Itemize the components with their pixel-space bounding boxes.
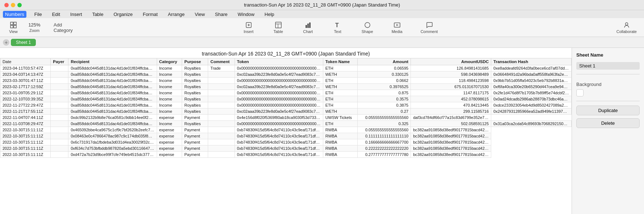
table-cell[interactable] xyxy=(208,152,235,158)
table-cell[interactable]: daf3cd784df66cf77a15c83d6799e352e7fe0e..… xyxy=(411,115,491,121)
table-cell[interactable]: Payment xyxy=(182,127,208,133)
table-cell[interactable]: 0.3976525 xyxy=(358,84,411,90)
table-cell[interactable]: 1147.8117175 xyxy=(411,90,491,96)
table-container[interactable]: Date Payer Recipient Category Purpose Co… xyxy=(0,58,572,214)
table-cell[interactable]: 0xa858ddc0445d8131dac4d1de01f834ffcba52e… xyxy=(68,90,157,96)
table-cell[interactable]: 0xb74830f415d5f64c8d74110c43c9eaf171df40… xyxy=(235,133,323,139)
table-cell[interactable] xyxy=(208,71,235,78)
table-cell[interactable]: 2022-10-30T15:11:11Z xyxy=(0,145,51,152)
table-cell[interactable]: RWBA xyxy=(323,152,358,158)
table-cell[interactable]: 0.3875 xyxy=(358,102,411,108)
table-cell[interactable] xyxy=(208,102,235,108)
table-cell[interactable]: ETH xyxy=(323,121,358,127)
table-cell[interactable]: UWSW Tickets xyxy=(323,115,358,121)
table-cell[interactable]: 0xf634c7d753bfbddb987820a5ebd30116647fbe… xyxy=(68,145,157,152)
table-cell[interactable]: Royalties xyxy=(182,90,208,96)
table-cell[interactable]: 0x24287931285966ea52ad949fe113970a7db... xyxy=(491,108,572,115)
table-cell[interactable]: Payment xyxy=(182,152,208,158)
table-cell[interactable]: 0x06648491d2a96bda0aff558fa963fa2e6ff9b.… xyxy=(491,71,572,78)
table-cell[interactable]: Income xyxy=(157,96,182,102)
table-row[interactable]: 2022-10-30T15:11:11Z0xf634c7d753bfbddb98… xyxy=(0,145,572,152)
sheet-tab-1[interactable]: Sheet 1 xyxy=(11,39,36,46)
table-cell[interactable]: 0.166666666666667700 xyxy=(358,139,411,145)
menu-window[interactable]: Window xyxy=(236,11,257,18)
table-cell[interactable] xyxy=(51,152,68,158)
table-cell[interactable]: expense xyxy=(157,115,182,121)
table-cell[interactable]: Income xyxy=(157,65,182,71)
table-cell[interactable] xyxy=(51,84,68,90)
table-cell[interactable]: Royalties xyxy=(182,71,208,78)
table-cell[interactable] xyxy=(208,133,235,139)
table-cell[interactable]: 0xe8addeafd9264d3fa0bece6cd7af07dd83e0..… xyxy=(491,65,572,71)
add-sheet-button[interactable]: + xyxy=(3,39,9,46)
menu-view[interactable]: View xyxy=(193,11,207,18)
table-cell[interactable]: 502.058591125 xyxy=(411,121,491,127)
table-cell[interactable] xyxy=(51,90,68,96)
table-cell[interactable]: bc382aa910858d38edf90177815bacd423d82... xyxy=(411,133,491,139)
table-cell[interactable]: 0.06595 xyxy=(358,65,411,71)
table-cell[interactable]: 0.277777777777777780 xyxy=(358,152,411,158)
table-cell[interactable] xyxy=(208,108,235,115)
table-cell[interactable] xyxy=(51,78,68,84)
table-cell[interactable]: 0.222222222222222220 xyxy=(358,145,411,152)
table-cell[interactable]: 2022-10-30T15:11:11Z xyxy=(0,127,51,133)
chart-button[interactable]: Chart xyxy=(299,20,317,35)
table-cell[interactable]: Royalties xyxy=(182,65,208,71)
table-cell[interactable]: 470.84213445 xyxy=(411,102,491,108)
table-cell[interactable]: 0.27 xyxy=(358,108,411,115)
menu-organize[interactable]: Organize xyxy=(111,11,135,18)
table-cell[interactable] xyxy=(51,115,68,121)
table-cell[interactable]: bc382aa910858d38edf90177815bacd423d82... xyxy=(411,139,491,145)
table-cell[interactable]: 0x00000000000000000000000000000000000000… xyxy=(235,121,323,127)
menu-help[interactable]: Help xyxy=(262,11,277,18)
table-cell[interactable]: WETH xyxy=(323,108,358,115)
table-cell[interactable]: Royalties xyxy=(182,108,208,115)
table-cell[interactable]: 0.3575 xyxy=(358,96,411,102)
shape-button[interactable]: Shape xyxy=(358,20,376,35)
table-cell[interactable]: 0.055555555555555560 xyxy=(358,115,411,121)
table-cell[interactable]: 2023-01-09T05:29:11Z xyxy=(0,90,51,96)
table-cell[interactable]: 0x4e156d8f020f5369f80ab18ca9030f53d73360… xyxy=(235,115,323,121)
table-cell[interactable]: 0xa858ddc0445d8131dac4d1de01f834ffcba52e… xyxy=(68,84,157,90)
table-cell[interactable]: ETH xyxy=(323,90,358,96)
table-cell[interactable] xyxy=(208,127,235,133)
table-cell[interactable] xyxy=(208,96,235,102)
table-cell[interactable]: RWBA xyxy=(323,139,358,145)
table-cell[interactable]: 2022-11-03T08:29:47Z xyxy=(0,121,51,127)
table-cell[interactable]: 0x08463e0c47866478ac987c9c174db035f88422… xyxy=(68,133,157,139)
table-cell[interactable]: 0x31a03ca2cda54c89693b70682921502 7e7f..… xyxy=(491,121,572,127)
table-cell[interactable]: RWBA xyxy=(323,133,358,139)
table-cell[interactable] xyxy=(51,96,68,102)
table-cell[interactable] xyxy=(51,65,68,71)
insert-button[interactable]: Insert xyxy=(240,20,258,35)
table-cell[interactable]: 2022-10-30T15:11:11Z xyxy=(0,152,51,158)
table-row[interactable]: 2023-04-03T14:13:47Z0xa858ddc0445d8131da… xyxy=(0,71,572,78)
table-cell[interactable]: 126.84981431685 xyxy=(411,65,491,71)
table-cell[interactable]: 2022-10-30T15:11:11Z xyxy=(0,133,51,139)
menu-insert[interactable]: Insert xyxy=(68,11,84,18)
table-cell[interactable] xyxy=(208,145,235,152)
table-cell[interactable]: Income xyxy=(157,84,182,90)
table-cell[interactable] xyxy=(208,139,235,145)
collaborate-button[interactable]: Collaborate xyxy=(614,20,640,35)
table-cell[interactable] xyxy=(51,108,68,115)
table-cell[interactable]: Royalties xyxy=(182,102,208,108)
menu-edit[interactable]: Edit xyxy=(50,11,62,18)
table-row[interactable]: 2023-04-11T03:57:47Z0xa858ddc0445d8131da… xyxy=(0,65,572,71)
table-cell[interactable]: 0.0662 xyxy=(358,78,411,84)
table-cell[interactable] xyxy=(208,78,235,84)
table-row[interactable]: 2022-11-03T08:29:47Z0xa858ddc0445d8131da… xyxy=(0,121,572,127)
table-button[interactable]: Table xyxy=(269,20,287,35)
table-cell[interactable]: 0xc02aaa39b223fe8d0a0e5c4f27ead9083c756c… xyxy=(235,71,323,78)
zoom-button[interactable]: 125% Zoom xyxy=(25,21,43,34)
table-cell[interactable]: 0xa858ddc0445d8131dac4d1de01f834ffcba52e… xyxy=(68,65,157,71)
close-button[interactable] xyxy=(4,3,9,7)
table-cell[interactable]: expense xyxy=(157,127,182,133)
view-button[interactable]: View xyxy=(4,20,22,35)
fullscreen-button[interactable] xyxy=(17,3,22,7)
table-cell[interactable]: 118.4984123598 xyxy=(411,78,491,84)
text-button[interactable]: T Text xyxy=(329,20,347,35)
table-row[interactable]: 2023-01-09T05:29:11Z0xa858ddc0445d8131da… xyxy=(0,90,572,96)
table-cell[interactable]: 0xf6fa40ca300e20b65290d447cea9e94280f8..… xyxy=(491,84,572,90)
menu-arrange[interactable]: Arrange xyxy=(166,11,187,18)
